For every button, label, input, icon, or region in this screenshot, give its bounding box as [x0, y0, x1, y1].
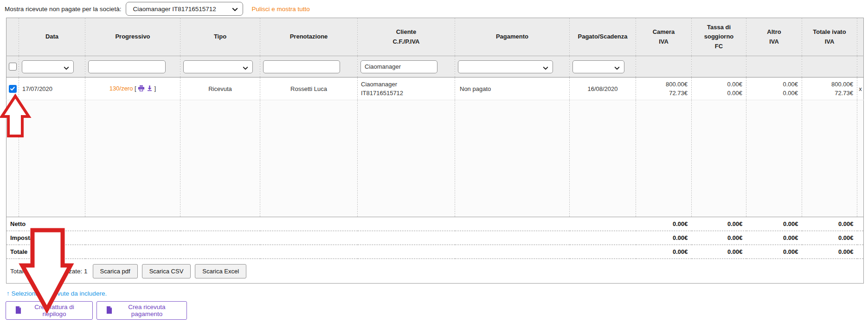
bracket-open: [ [135, 85, 136, 92]
pagato-filter-select[interactable] [572, 60, 624, 73]
download-excel-button[interactable]: Scarica Excel [195, 264, 246, 278]
netto-totale: 0.00€ [802, 217, 857, 231]
header-totale-ivato: Totale ivato IVA [802, 18, 857, 56]
header-select [6, 18, 19, 56]
header-progressivo: Progressivo [85, 18, 180, 56]
download-icon[interactable] [147, 85, 153, 93]
header-prenotazione: Prenotazione [260, 18, 358, 56]
altro-gross: 0.00€ [746, 80, 798, 89]
camera-iva: 72.73€ [636, 89, 688, 97]
totale-totale: 0.00€ [802, 245, 857, 259]
records-row: Totale record visualizzate: 1 Scarica pd… [6, 259, 864, 284]
header-pagato-scadenza: Pagato/Scadenza [570, 18, 636, 56]
pagamento-filter-select[interactable] [458, 60, 553, 73]
print-icon[interactable] [138, 85, 145, 93]
chevron-down-icon [614, 65, 620, 73]
imposta-tassa: 0.00€ [692, 231, 746, 245]
cliente-name: Ciaomanager [361, 80, 455, 89]
summary-row-imposta: Imposta IVA 0.00€ 0.00€ 0.00€ 0.00€ [6, 231, 864, 245]
receipts-table: Data Progressivo Tipo Prenotazione Clien… [6, 18, 864, 284]
chevron-down-icon [232, 6, 238, 14]
chevron-down-icon [243, 65, 248, 73]
bracket-close: ] [154, 85, 156, 92]
filter-data-cell [19, 56, 85, 78]
row-tassa: 0.00€ 0.00€ [692, 78, 746, 100]
row-altro: 0.00€ 0.00€ [746, 78, 802, 100]
totale-camera: 0.00€ [636, 245, 692, 259]
filter-progressivo-cell [85, 56, 180, 78]
hint-text: Seleziona le ricevute da includere. [12, 290, 107, 297]
header-camera-iva: Camera IVA [636, 18, 692, 56]
row-tipo: Ricevuta [180, 78, 260, 100]
imposta-altro: 0.00€ [746, 231, 802, 245]
totale-iva: 72.73€ [802, 89, 853, 97]
show-unpaid-label: Mostra ricevute non pagate per la societ… [5, 6, 121, 13]
header-altro-iva: Altro IVA [746, 18, 802, 56]
row-select-cell [6, 78, 19, 100]
filter-pagamento-cell [455, 56, 570, 78]
header-actions [857, 18, 864, 56]
clear-and-show-all-link[interactable]: Pulisci e mostra tutto [251, 6, 309, 13]
records-count-label: Totale record visualizzate: 1 [10, 268, 88, 275]
company-select[interactable]: Ciaomanager IT81716515712 [126, 2, 243, 16]
toolbar: Mostra ricevute non pagate per la societ… [0, 0, 868, 18]
tassa-iva: 0.00€ [692, 89, 742, 97]
select-receipts-hint-link[interactable]: ↑ Seleziona le ricevute da includere. [6, 290, 107, 297]
netto-camera: 0.00€ [636, 217, 692, 231]
chevron-down-icon [543, 65, 548, 73]
download-csv-button[interactable]: Scarica CSV [142, 264, 191, 278]
header-data: Data [19, 18, 85, 56]
totale-gross: 800.00€ [802, 80, 853, 89]
cliente-piva: IT81716515712 [361, 89, 455, 97]
cliente-filter-input[interactable] [360, 60, 437, 73]
progressivo-link[interactable]: 130/zero [109, 85, 133, 92]
receipt-row: 17/07/2020 130/zero [ ] Ricevuta Rossett… [6, 78, 864, 100]
header-row: Data Progressivo Tipo Prenotazione Clien… [6, 18, 864, 56]
filter-cliente-cell [358, 56, 455, 78]
create-summary-invoice-label: Crea fattura di riepilogo [26, 304, 83, 317]
netto-tassa: 0.00€ [692, 217, 746, 231]
row-pagamento: Non pagato [455, 78, 570, 100]
data-filter-select[interactable] [22, 60, 74, 73]
totale-altro: 0.00€ [746, 245, 802, 259]
document-icon [15, 306, 21, 315]
filter-prenotazione-cell [260, 56, 358, 78]
row-cliente: Ciaomanager IT81716515712 [358, 78, 455, 100]
select-all-checkbox[interactable] [9, 63, 17, 71]
row-select-checkbox[interactable] [9, 85, 17, 93]
header-cliente: Cliente C.F./P.IVA [358, 18, 455, 56]
row-totale: 800.00€ 72.73€ [802, 78, 857, 100]
summary-row-netto: Netto 0.00€ 0.00€ 0.00€ 0.00€ [6, 217, 864, 231]
empty-body-area [6, 100, 864, 217]
row-progressivo: 130/zero [ ] [85, 78, 180, 100]
filter-select-all-cell [6, 56, 19, 78]
header-tipo: Tipo [180, 18, 260, 56]
create-payment-receipt-button[interactable]: Crea ricevuta pagamento [96, 301, 187, 320]
imposta-totale: 0.00€ [802, 231, 857, 245]
tipo-filter-select[interactable] [183, 60, 253, 73]
summary-row-totale: Totale 0.00€ 0.00€ 0.00€ 0.00€ [6, 245, 864, 259]
chevron-down-icon [64, 65, 69, 73]
download-pdf-button[interactable]: Scarica pdf [93, 264, 138, 278]
filter-tipo-cell [180, 56, 260, 78]
prenotazione-filter-input[interactable] [263, 60, 340, 73]
create-payment-receipt-label: Crea ricevuta pagamento [116, 304, 177, 317]
receipts-page: Mostra ricevute non pagate per la societ… [0, 0, 868, 323]
row-scadenza: 16/08/2020 [570, 78, 636, 100]
totale-label: Totale [6, 245, 636, 259]
totale-tassa: 0.00€ [692, 245, 746, 259]
action-buttons: Crea fattura di riepilogo Crea ricevuta … [6, 301, 868, 320]
create-summary-invoice-button[interactable]: Crea fattura di riepilogo [6, 301, 93, 320]
records-bar: Totale record visualizzate: 1 Scarica pd… [6, 264, 863, 278]
progressivo-filter-input[interactable] [88, 60, 166, 73]
tassa-gross: 0.00€ [692, 80, 742, 89]
row-prenotazione-link[interactable]: Rossetti Luca [260, 78, 358, 100]
document-icon [106, 306, 112, 315]
altro-iva: 0.00€ [746, 89, 798, 97]
imposta-camera: 0.00€ [636, 231, 692, 245]
check-icon [10, 86, 15, 91]
netto-label: Netto [6, 217, 636, 231]
delete-row-button[interactable]: x [857, 78, 864, 100]
camera-gross: 800.00€ [636, 80, 688, 89]
row-date: 17/07/2020 [19, 78, 85, 100]
